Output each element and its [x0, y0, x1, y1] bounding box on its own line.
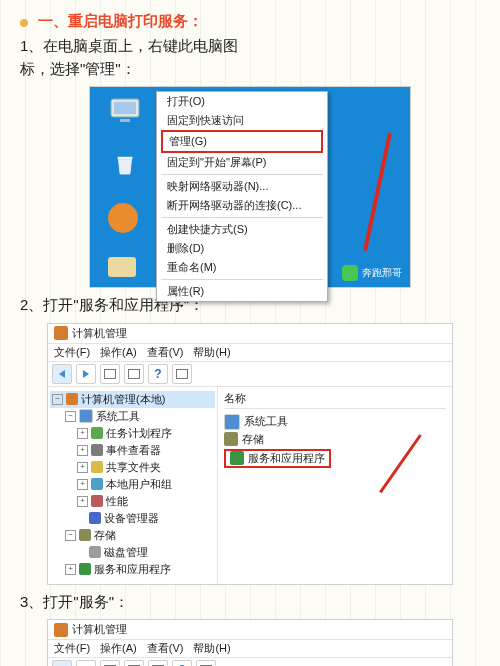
perf-icon — [91, 495, 103, 507]
expand-icon[interactable]: − — [65, 530, 76, 541]
col-name[interactable]: 名称 — [224, 391, 246, 406]
toolbar-properties-button[interactable] — [124, 660, 144, 666]
menu-action[interactable]: 操作(A) — [100, 345, 137, 360]
tree-services-apps[interactable]: +服务和应用程序 — [50, 561, 215, 578]
tree-event-viewer[interactable]: +事件查看器 — [50, 442, 215, 459]
menu-help[interactable]: 帮助(H) — [193, 345, 230, 360]
tree-system-tools[interactable]: − 系统工具 — [50, 408, 215, 425]
screenshot-mmc-root: 计算机管理 文件(F) 操作(A) 查看(V) 帮助(H) ? − 计算机管理(… — [47, 323, 453, 585]
toolbar-forward-button[interactable] — [76, 364, 96, 384]
computer-icon — [66, 393, 78, 405]
highlight-manage: 管理(G) — [161, 130, 323, 153]
tree-shared-folders[interactable]: +共享文件夹 — [50, 459, 215, 476]
toolbar-list-button[interactable] — [172, 364, 192, 384]
window-titlebar: 计算机管理 — [48, 324, 452, 344]
section-title-text: 一、重启电脑打印服务： — [38, 12, 203, 29]
step3-text: 3、打开"服务"： — [20, 591, 480, 614]
task-icon — [91, 427, 103, 439]
watermark: 奔跑邢哥 — [342, 265, 402, 281]
expand-icon[interactable]: + — [77, 462, 88, 473]
section-heading: 一、重启电脑打印服务： — [20, 12, 480, 31]
toolbar-forward-button[interactable] — [76, 660, 96, 666]
step1-line2: 标，选择"管理"： — [20, 58, 480, 81]
menu-pin-quick[interactable]: 固定到快速访问 — [157, 111, 327, 130]
expand-icon[interactable]: − — [52, 394, 63, 405]
this-pc-icon[interactable] — [108, 97, 142, 125]
share-icon — [91, 461, 103, 473]
tree-performance[interactable]: +性能 — [50, 493, 215, 510]
window-titlebar: 计算机管理 — [48, 620, 452, 640]
menu-separator — [161, 279, 323, 280]
firefox-icon[interactable] — [108, 203, 138, 233]
tree-disk-mgmt[interactable]: 磁盘管理 — [50, 544, 215, 561]
menu-view[interactable]: 查看(V) — [147, 641, 184, 656]
menu-pin-start[interactable]: 固定到"开始"屏幕(P) — [157, 153, 327, 172]
toolbar-list-button[interactable] — [196, 660, 216, 666]
step1-line1: 1、在电脑桌面上，右键此电脑图 — [20, 35, 480, 58]
toolbar: ? — [48, 658, 452, 666]
tools-icon — [79, 409, 93, 423]
menu-properties[interactable]: 属性(R) — [157, 282, 327, 301]
menu-separator — [161, 217, 323, 218]
tree-task-scheduler[interactable]: +任务计划程序 — [50, 425, 215, 442]
menu-separator — [161, 174, 323, 175]
toolbar-help-button[interactable]: ? — [148, 364, 168, 384]
list-pane: 名称 系统工具 存储 服务和应用程序 — [218, 387, 452, 584]
menu-create-shortcut[interactable]: 创建快捷方式(S) — [157, 220, 327, 239]
menu-action[interactable]: 操作(A) — [100, 641, 137, 656]
expand-icon[interactable]: + — [77, 445, 88, 456]
menu-manage[interactable]: 管理(G) — [163, 132, 321, 151]
tree-pane: − 计算机管理(本地) − 系统工具 +任务计划程序 +事件查看器 +共享文件夹… — [48, 387, 218, 584]
expand-icon[interactable]: + — [77, 496, 88, 507]
tree-local-users[interactable]: +本地用户和组 — [50, 476, 215, 493]
tree-root[interactable]: − 计算机管理(本地) — [50, 391, 215, 408]
toolbar-properties-button[interactable] — [124, 364, 144, 384]
toolbar-up-button[interactable] — [100, 364, 120, 384]
tree-root-label: 计算机管理(本地) — [81, 392, 165, 407]
tutorial-page: 一、重启电脑打印服务： 1、在电脑桌面上，右键此电脑图 标，选择"管理"： 打开… — [0, 0, 500, 666]
svg-rect-1 — [114, 102, 136, 114]
expand-icon[interactable]: − — [65, 411, 76, 422]
storage-icon — [224, 432, 238, 446]
tools-icon — [224, 414, 240, 430]
screenshot-desktop-context-menu: 打开(O) 固定到快速访问 管理(G) 固定到"开始"屏幕(P) 映射网络驱动器… — [89, 86, 411, 288]
expand-icon[interactable]: + — [77, 479, 88, 490]
device-icon — [89, 512, 101, 524]
toolbar-back-button[interactable] — [52, 660, 72, 666]
step1-text: 1、在电脑桌面上，右键此电脑图 标，选择"管理"： — [20, 35, 480, 80]
expand-icon[interactable]: + — [77, 428, 88, 439]
tree-device-manager[interactable]: 设备管理器 — [50, 510, 215, 527]
menu-view[interactable]: 查看(V) — [147, 345, 184, 360]
app-icon — [54, 623, 68, 637]
watermark-text: 奔跑邢哥 — [362, 266, 402, 280]
window-title: 计算机管理 — [72, 326, 127, 341]
menu-help[interactable]: 帮助(H) — [193, 641, 230, 656]
expand-icon[interactable]: + — [65, 564, 76, 575]
highlight-services-apps: 服务和应用程序 — [224, 449, 331, 468]
folder-icon[interactable] — [108, 257, 136, 277]
toolbar-export-button[interactable] — [148, 660, 168, 666]
event-icon — [91, 444, 103, 456]
toolbar: ? — [48, 362, 452, 387]
tree-storage[interactable]: −存储 — [50, 527, 215, 544]
window-title: 计算机管理 — [72, 622, 127, 637]
menu-open[interactable]: 打开(O) — [157, 92, 327, 111]
menu-file[interactable]: 文件(F) — [54, 345, 90, 360]
context-menu: 打开(O) 固定到快速访问 管理(G) 固定到"开始"屏幕(P) 映射网络驱动器… — [156, 91, 328, 302]
column-header: 名称 — [224, 391, 446, 409]
disk-icon — [89, 546, 101, 558]
menubar: 文件(F) 操作(A) 查看(V) 帮助(H) — [48, 344, 452, 362]
recycle-bin-icon[interactable] — [108, 151, 142, 179]
menu-rename[interactable]: 重命名(M) — [157, 258, 327, 277]
toolbar-back-button[interactable] — [52, 364, 72, 384]
toolbar-up-button[interactable] — [100, 660, 120, 666]
list-item-system-tools[interactable]: 系统工具 — [224, 413, 446, 431]
menu-file[interactable]: 文件(F) — [54, 641, 90, 656]
toolbar-help-button[interactable]: ? — [172, 660, 192, 666]
menu-map-drive[interactable]: 映射网络驱动器(N)... — [157, 177, 327, 196]
menu-disconnect-drive[interactable]: 断开网络驱动器的连接(C)... — [157, 196, 327, 215]
list-item-services-apps[interactable]: 服务和应用程序 — [224, 448, 446, 469]
menu-delete[interactable]: 删除(D) — [157, 239, 327, 258]
users-icon — [91, 478, 103, 490]
bullet-icon — [20, 19, 28, 27]
